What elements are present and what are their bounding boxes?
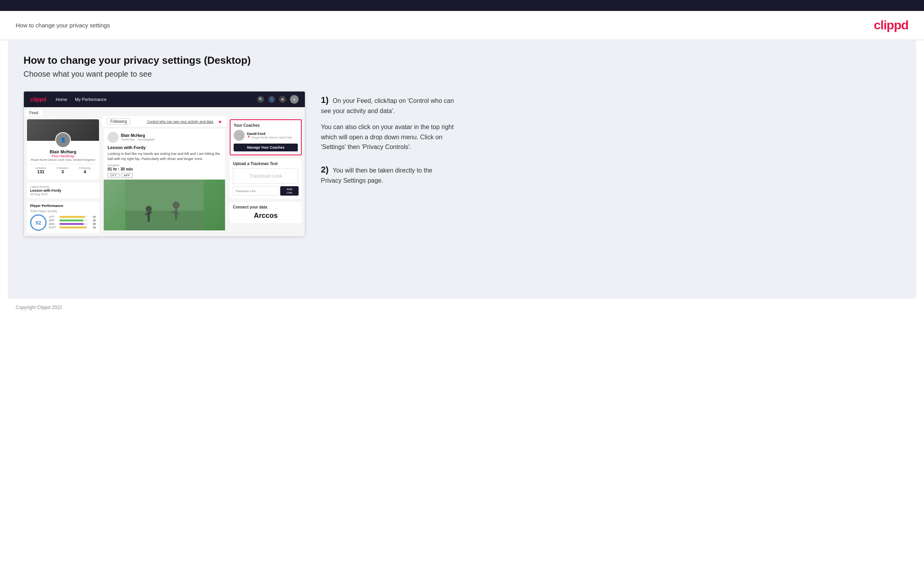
player-performance: Player Performance Total Player Quality … <box>27 201 99 233</box>
coach-avatar <box>234 130 245 141</box>
post-header: Blair McHarg Yesterday · Sunningdale <box>108 132 221 143</box>
trackman-input-row: Add Link <box>233 186 299 196</box>
app-sidebar: 👤 Blair McHarg Plus Handicap Royal North… <box>24 116 102 236</box>
post-avatar <box>108 132 119 143</box>
qs-bar-container <box>59 216 88 218</box>
profile-stats: Activities 131 Followers 3 Following 4 <box>30 164 96 176</box>
header: How to change your privacy settings clip… <box>0 11 924 40</box>
notification-icon[interactable]: ⊕ <box>279 96 286 103</box>
qs-label: OTT <box>49 216 58 218</box>
qs-value: 85 <box>89 219 96 222</box>
tag-row: OTT APP <box>108 173 221 178</box>
qs-bar-container <box>59 223 88 225</box>
connect-title: Connect your data <box>233 205 299 209</box>
app-feed: Following Control who can see your activ… <box>102 116 227 236</box>
trackman-link-area: Trackman Link <box>233 168 299 184</box>
search-icon[interactable]: 🔍 <box>257 96 264 103</box>
step2-number: 2) <box>321 165 329 174</box>
post-title: Lesson with Fordy <box>108 145 221 150</box>
page-heading: How to change your privacy settings (Des… <box>23 54 901 67</box>
trackman-input[interactable] <box>233 186 279 196</box>
instruction-step1: 1) On your Feed, click/tap on 'Control w… <box>321 95 454 152</box>
qs-bar-container <box>59 219 88 221</box>
stat-activities-value: 131 <box>35 169 46 174</box>
following-button[interactable]: Following <box>107 118 130 125</box>
stat-followers: Followers 3 <box>57 167 68 174</box>
qs-value: 90 <box>89 216 96 218</box>
stat-followers-label: Followers <box>57 167 68 169</box>
la-date: 03 Aug 2022 <box>30 192 96 196</box>
control-privacy-link[interactable]: Control who can see your activity and da… <box>147 120 214 124</box>
profile-handicap: Plus Handicap <box>30 154 96 158</box>
feed-post: Blair McHarg Yesterday · Sunningdale Les… <box>104 129 225 230</box>
qs-label: PUTT <box>49 226 58 229</box>
feed-tab-area: Feed <box>24 107 305 116</box>
add-link-button[interactable]: Add Link <box>280 186 299 196</box>
la-label: Latest Activity <box>30 185 96 189</box>
step2-main-text: You will then be taken directly to the P… <box>321 167 432 184</box>
arccos-brand: Arccos <box>233 212 299 220</box>
stat-following: Following 4 <box>79 167 91 174</box>
red-arrow-icon: ◄ <box>217 119 222 124</box>
breadcrumb: How to change your privacy settings <box>16 22 110 29</box>
feed-header: Following Control who can see your activ… <box>102 116 227 127</box>
post-author-info: Blair McHarg Yesterday · Sunningdale <box>121 133 155 141</box>
trackman-placeholder: Trackman Link <box>236 173 295 179</box>
page-subheading: Choose what you want people to see <box>23 70 901 79</box>
tag-ott: OTT <box>108 173 119 178</box>
profile-card: 👤 Blair McHarg Plus Handicap Royal North… <box>27 119 99 180</box>
user-icon[interactable]: 👤 <box>268 96 275 103</box>
quality-row: 92 OTT 90 APP 85 ARG 86 PUTT 96 <box>30 214 96 231</box>
instructions-panel: 1) On your Feed, click/tap on 'Control w… <box>321 91 454 198</box>
stat-activities-label: Activities <box>35 167 46 169</box>
post-body: Looking to feel like my hands are exitin… <box>108 151 221 161</box>
coach-name: David Ford <box>247 132 292 136</box>
svg-point-5 <box>173 201 180 209</box>
post-meta: Yesterday · Sunningdale <box>121 138 155 141</box>
app-nav-items: Home My Performance <box>56 97 106 102</box>
pp-title: Player Performance <box>30 204 96 208</box>
quality-stat-row: PUTT 96 <box>49 226 96 229</box>
quality-stat-row: ARG 86 <box>49 223 96 225</box>
qs-bar-container <box>59 226 88 228</box>
qs-value: 96 <box>89 226 96 229</box>
stat-followers-value: 3 <box>57 169 68 174</box>
quality-stats: OTT 90 APP 85 ARG 86 PUTT 96 <box>49 216 96 230</box>
location-icon: 📍 <box>247 136 251 139</box>
footer: Copyright Clippd 2022 <box>0 298 924 316</box>
clippd-logo: clippd <box>874 18 908 32</box>
duration-value: 01 hr : 30 min <box>108 167 221 171</box>
nav-home[interactable]: Home <box>56 97 67 102</box>
nav-my-performance[interactable]: My Performance <box>75 97 107 102</box>
qs-bar <box>59 219 83 221</box>
coach-row: David Ford 📍 Royal North Devon Golf Club <box>234 130 298 141</box>
qs-label: APP <box>49 219 58 222</box>
post-author-name: Blair McHarg <box>121 133 155 138</box>
manage-coaches-button[interactable]: Manage Your Coaches <box>234 144 298 151</box>
top-bar <box>0 0 924 11</box>
user-avatar[interactable]: ▾ <box>290 95 299 104</box>
coach-info: David Ford 📍 Royal North Devon Golf Club <box>247 132 292 139</box>
quality-stat-row: OTT 90 <box>49 216 96 218</box>
trackman-title: Upload a Trackman Test <box>233 162 299 166</box>
app-nav: clippd Home My Performance 🔍 👤 ⊕ ▾ <box>24 92 305 107</box>
coaches-title: Your Coaches <box>234 123 298 128</box>
profile-name: Blair McHarg <box>30 149 96 154</box>
qs-bar <box>59 226 86 228</box>
post-image <box>104 180 225 230</box>
latest-activity: Latest Activity Lesson with Fordy 03 Aug… <box>27 183 99 198</box>
app-screenshot: clippd Home My Performance 🔍 👤 ⊕ ▾ Feed <box>23 91 305 237</box>
instruction-step2: 2) You will then be taken directly to th… <box>321 165 454 185</box>
quality-score: 92 <box>30 214 47 231</box>
pp-subtitle: Total Player Quality <box>30 209 96 213</box>
feed-tab[interactable]: Feed <box>25 110 42 116</box>
coach-club-text: Royal North Devon Golf Club <box>252 136 292 139</box>
trackman-card: Upload a Trackman Test Trackman Link Add… <box>230 158 302 199</box>
profile-banner: 👤 <box>27 119 99 141</box>
app-body: 👤 Blair McHarg Plus Handicap Royal North… <box>24 116 305 236</box>
copyright: Copyright Clippd 2022 <box>16 305 62 310</box>
two-col-layout: clippd Home My Performance 🔍 👤 ⊕ ▾ Feed <box>23 91 901 237</box>
app-nav-logo: clippd <box>30 96 46 102</box>
svg-rect-6 <box>175 209 177 219</box>
qs-bar <box>59 223 84 225</box>
